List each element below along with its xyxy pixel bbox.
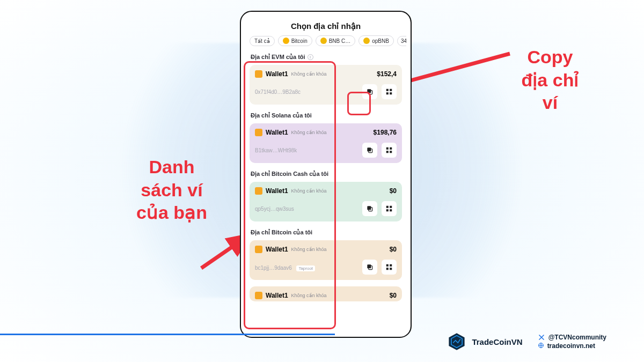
wallet-name: Wallet1 — [266, 129, 288, 136]
svg-rect-13 — [390, 151, 392, 153]
page-title: Chọn địa chỉ nhận — [245, 16, 406, 35]
svg-rect-3 — [367, 89, 371, 93]
svg-rect-7 — [390, 92, 392, 94]
svg-rect-18 — [386, 209, 389, 211]
brand-site[interactable]: tradecoinvn.net — [538, 342, 606, 350]
wallet-card-evm[interactable]: Wallet1 Không cần khóa $152,4 0x71f4d0…9… — [250, 65, 402, 105]
wallet-icon — [255, 292, 262, 299]
chip-all[interactable]: Tất cả — [250, 36, 275, 46]
wallet-amount: $198,76 — [374, 129, 397, 136]
footer: TradeCoinVN @TCVNcommunity tradecoinvn.n… — [447, 332, 606, 351]
bottom-divider — [0, 334, 335, 335]
svg-rect-10 — [386, 147, 389, 150]
section-label-sol-text: Địa chỉ Solana của tôi — [251, 112, 312, 119]
wallet-tag: Taproot — [296, 265, 315, 271]
chip-more[interactable]: 34+ — [397, 36, 406, 46]
copy-button[interactable] — [362, 201, 377, 216]
section-label-bch: Địa chỉ Bitcoin Cash của tôi — [245, 167, 406, 180]
qr-button[interactable] — [382, 84, 397, 99]
svg-rect-22 — [386, 264, 389, 267]
copy-icon — [366, 88, 374, 95]
svg-rect-19 — [390, 209, 392, 211]
phone-frame: Chọn địa chỉ nhận Tất cả Bitcoin BNB C… … — [240, 11, 412, 338]
network-chip-row: Tất cả Bitcoin BNB C… opBNB 34+ — [245, 35, 406, 50]
brand-block: TradeCoinVN — [447, 332, 522, 351]
chip-bitcoin[interactable]: Bitcoin — [278, 35, 312, 46]
opbnb-icon — [363, 38, 370, 44]
section-label-sol: Địa chỉ Solana của tôi — [245, 109, 406, 121]
svg-rect-25 — [390, 268, 392, 270]
svg-rect-21 — [367, 264, 371, 268]
wallet-address: qp5ycj…qw3sus — [255, 206, 294, 212]
copy-button[interactable] — [362, 84, 377, 99]
section-label-bch-text: Địa chỉ Bitcoin Cash của tôi — [251, 171, 328, 178]
svg-rect-11 — [390, 147, 392, 150]
qr-button[interactable] — [382, 260, 397, 275]
bitcoin-icon — [283, 38, 289, 44]
copy-icon — [366, 205, 374, 212]
copy-button[interactable] — [362, 260, 377, 275]
qr-button[interactable] — [382, 143, 397, 158]
wallet-address: B1tkaw…WHt98k — [255, 147, 297, 153]
bnb-icon — [320, 38, 327, 44]
qr-icon — [385, 146, 393, 154]
svg-rect-9 — [367, 147, 371, 151]
section-label-btc-text: Địa chỉ Bitcoin của tôi — [251, 229, 312, 236]
wallet-amount: $0 — [390, 246, 397, 253]
section-label-evm-text: Địa chỉ EVM của tôi — [251, 54, 305, 61]
wallet-sub: Không cần khóa — [291, 293, 327, 298]
copy-icon — [366, 146, 374, 154]
wallet-name: Wallet1 — [266, 292, 288, 299]
wallet-sub: Không cần khóa — [291, 130, 327, 135]
globe-icon — [538, 342, 544, 350]
svg-rect-5 — [390, 89, 392, 91]
qr-icon — [385, 205, 393, 212]
wallet-icon — [255, 70, 262, 78]
section-label-btc: Địa chỉ Bitcoin của tôi — [245, 226, 406, 238]
brand-name: TradeCoinVN — [472, 337, 522, 346]
chip-bnb[interactable]: BNB C… — [316, 35, 356, 46]
chip-opbnb-label: opBNB — [372, 38, 389, 44]
svg-rect-17 — [390, 206, 392, 208]
chip-opbnb[interactable]: opBNB — [358, 35, 394, 46]
brand-handle[interactable]: @TCVNcommunity — [538, 334, 606, 341]
copy-icon — [366, 263, 374, 271]
copy-button[interactable] — [362, 143, 377, 158]
brand-site-text: tradecoinvn.net — [547, 342, 595, 350]
wallet-card-bch[interactable]: Wallet1 Không cần khóa $0 qp5ycj…qw3sus — [250, 182, 402, 221]
svg-rect-12 — [386, 151, 389, 153]
wallet-icon — [255, 246, 262, 253]
wallet-sub: Không cần khóa — [291, 247, 327, 252]
wallet-icon — [255, 187, 262, 195]
svg-rect-23 — [390, 264, 392, 267]
wallet-sub: Không cần khóa — [291, 188, 327, 194]
wallet-address: 0x71f4d0…9B2a8c — [255, 89, 301, 95]
wallet-amount: $0 — [390, 292, 397, 299]
info-icon[interactable]: i — [308, 54, 313, 60]
chip-bnb-label: BNB C… — [329, 38, 351, 44]
wallet-card-btc-2[interactable]: Wallet1 Không cần khóa $0 — [250, 286, 402, 301]
qr-icon — [385, 88, 393, 95]
wallet-sub: Không cần khóa — [291, 71, 327, 77]
brand-handle-text: @TCVNcommunity — [548, 334, 606, 341]
qr-button[interactable] — [382, 201, 397, 216]
phone-inner: Chọn địa chỉ nhận Tất cả Bitcoin BNB C… … — [245, 16, 406, 333]
svg-rect-6 — [386, 92, 389, 94]
wallet-name: Wallet1 — [266, 187, 288, 195]
svg-rect-4 — [386, 89, 389, 91]
section-label-evm: Địa chỉ EVM của tôi i — [245, 50, 406, 63]
x-icon — [538, 334, 545, 341]
wallet-name: Wallet1 — [266, 70, 288, 78]
wallet-card-sol[interactable]: Wallet1 Không cần khóa $198,76 B1tkaw…WH… — [250, 123, 402, 163]
brand-links: @TCVNcommunity tradecoinvn.net — [538, 334, 606, 350]
wallet-card-btc[interactable]: Wallet1 Không cần khóa $0 bc1pjj…9daav6 … — [250, 240, 402, 280]
brand-logo-icon — [447, 332, 466, 351]
svg-rect-24 — [386, 268, 389, 270]
wallet-icon — [255, 129, 262, 136]
svg-rect-16 — [386, 206, 389, 208]
wallet-address: bc1pjj…9daav6 — [255, 265, 292, 271]
wallet-name: Wallet1 — [266, 246, 288, 253]
annotation-list: Danh sách ví của bạn — [134, 156, 209, 224]
qr-icon — [385, 263, 393, 271]
wallet-amount: $0 — [390, 187, 397, 195]
